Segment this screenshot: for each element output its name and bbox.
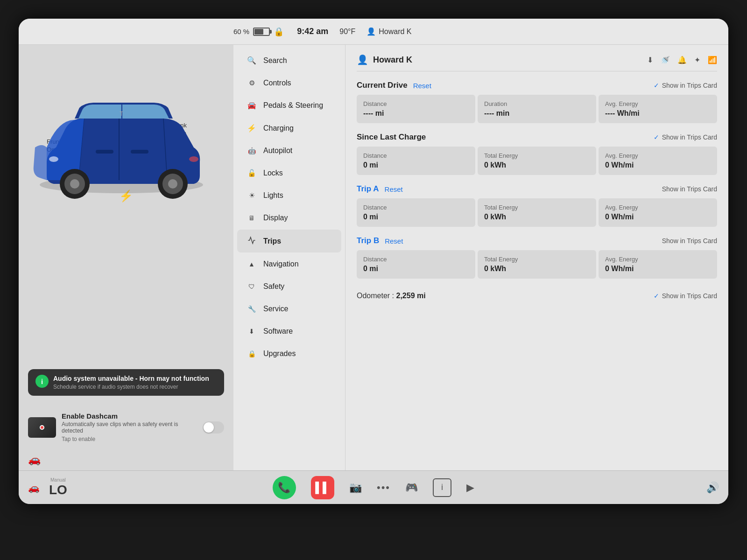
taskbar-right: 🔊 [706, 482, 719, 494]
status-left: 60 % 🔒 9:42 am 90°F 👤 Howard K [233, 27, 411, 37]
odometer-show-trips[interactable]: ✓ Show in Trips Card [654, 292, 717, 300]
autopilot-icon: 🤖 [247, 147, 257, 154]
stat-ta-avg-energy: Avg. Energy 0 Wh/mi [599, 198, 717, 227]
odometer-label: Odometer : [357, 292, 396, 300]
current-drive-section: Current Drive Reset ✓ Show in Trips Card… [357, 81, 717, 123]
current-drive-title: Current Drive [357, 81, 408, 90]
menu-item-locks[interactable]: 🔓 Locks [237, 162, 341, 184]
volume-icon[interactable]: 🔊 [706, 482, 719, 494]
trips-icon [247, 236, 257, 246]
menu-item-safety[interactable]: 🛡 Safety [237, 276, 341, 297]
taskbar-music[interactable]: ▌▌ [311, 476, 334, 499]
stat-slc-total-energy: Total Energy 0 kWh [478, 147, 596, 175]
trip-a-reset[interactable]: Reset [385, 185, 403, 193]
play-icon: ▶ [466, 482, 474, 493]
trip-a-show-trips[interactable]: Show in Trips Card [662, 185, 717, 193]
menu-item-upgrades[interactable]: 🔒 Upgrades [237, 343, 341, 364]
trip-b-title[interactable]: Trip B [357, 236, 379, 245]
current-drive-header: Current Drive Reset ✓ Show in Trips Card [357, 81, 717, 90]
taskbar-phone[interactable]: 📞 [273, 476, 296, 499]
taskbar-left: 🚗 Manual LO [28, 477, 67, 497]
menu-item-autopilot[interactable]: 🤖 Autopilot [237, 140, 341, 161]
dashcam-section: Enable Dashcam Automatically save clips … [28, 412, 224, 442]
menu-item-trips[interactable]: Trips [237, 230, 341, 252]
signal-icon[interactable]: 📶 [708, 56, 717, 64]
dashcam-toggle[interactable] [203, 421, 224, 434]
pedals-icon: 🚘 [247, 101, 257, 110]
charging-icon: ⚡ [247, 124, 257, 133]
menu-item-pedals[interactable]: 🚘 Pedals & Steering [237, 95, 341, 116]
display-icon: 🖥 [247, 214, 257, 222]
menu-item-navigation[interactable]: ▲ Navigation [237, 253, 341, 275]
svg-point-11 [49, 156, 58, 162]
menu-item-service[interactable]: 🔧 Service [237, 298, 341, 320]
main-content: Frunk Open Trunk Open ⚡ [19, 45, 728, 470]
locks-icon: 🔓 [247, 169, 257, 177]
since-last-charge-header: Since Last Charge ✓ Show in Trips Card [357, 133, 717, 142]
stat-slc-avg-energy: Avg. Energy 0 Wh/mi [599, 147, 717, 175]
user-name: Howard K [373, 55, 642, 65]
stat-ta-distance: Distance 0 mi [357, 198, 475, 227]
download-icon[interactable]: ⬇ [647, 56, 653, 64]
user-icon: 👤 [366, 27, 376, 36]
menu-item-software[interactable]: ⬇ Software [237, 321, 341, 342]
taskbar-camera[interactable]: 📷 [349, 482, 362, 494]
battery-fill [254, 29, 263, 35]
alert-icon: i [35, 375, 49, 388]
upgrades-icon: 🔒 [247, 350, 257, 357]
dots-icon: ••• [377, 482, 390, 493]
right-panel: 👤 Howard K ⬇ 🚿 🔔 ✦ 📶 Current Drive [345, 45, 728, 470]
stat-tb-distance: Distance 0 mi [357, 250, 475, 279]
wifi-icon[interactable]: ✦ [694, 56, 700, 64]
stat-slc-distance: Distance 0 mi [357, 147, 475, 175]
trip-b-header: Trip B Reset Show in Trips Card [357, 236, 717, 245]
stat-duration: Duration ---- min [478, 95, 596, 123]
alert-text: Audio system unavailable - Horn may not … [53, 375, 209, 390]
trip-a-header: Trip A Reset Show in Trips Card [357, 184, 717, 194]
current-drive-reset[interactable]: Reset [413, 82, 431, 90]
header-icons: ⬇ 🚿 🔔 ✦ 📶 [647, 56, 717, 64]
user-header: 👤 Howard K ⬇ 🚿 🔔 ✦ 📶 [357, 54, 717, 71]
trip-b-show-trips[interactable]: Show in Trips Card [662, 237, 717, 245]
menu-item-charging[interactable]: ⚡ Charging [237, 117, 341, 139]
climate-control[interactable]: Manual LO [49, 477, 67, 497]
battery-percent: 60 % [233, 28, 249, 35]
stat-avg-energy-current: Avg. Energy ---- Wh/mi [599, 95, 717, 123]
taskbar-play[interactable]: ▶ [466, 482, 474, 494]
odometer-label-group: Odometer : 2,259 mi [357, 292, 426, 300]
taskbar: 🚗 Manual LO 📞 ▌▌ 📷 ••• 🎮 [19, 470, 728, 504]
menu-item-controls[interactable]: ⚙ Controls [237, 72, 341, 94]
since-last-charge-show-trips[interactable]: ✓ Show in Trips Card [654, 133, 717, 141]
status-bar: 60 % 🔒 9:42 am 90°F 👤 Howard K [19, 19, 728, 45]
lights-icon: ☀ [247, 191, 257, 200]
current-drive-show-trips[interactable]: ✓ Show in Trips Card [654, 82, 717, 89]
svg-point-12 [189, 156, 198, 162]
since-last-charge-stats: Distance 0 mi Total Energy 0 kWh Avg. En… [357, 147, 717, 175]
current-drive-stats: Distance ---- mi Duration ---- min Avg. … [357, 95, 717, 123]
svg-rect-13 [96, 150, 113, 154]
dashcam-thumbnail [28, 417, 56, 438]
controls-icon: ⚙ [247, 79, 257, 87]
trip-a-title[interactable]: Trip A [357, 184, 379, 194]
taskbar-info[interactable]: i [433, 478, 451, 497]
taskbar-dots[interactable]: ••• [377, 482, 390, 494]
car-status-icon: 🚗 [28, 482, 40, 493]
software-icon: ⬇ [247, 328, 257, 335]
dashcam-info: Enable Dashcam Automatically save clips … [62, 412, 197, 442]
menu-item-display[interactable]: 🖥 Display [237, 207, 341, 229]
bell-icon[interactable]: 🔔 [677, 56, 687, 64]
car-icon[interactable]: 🚗 [28, 454, 41, 466]
trip-b-stats: Distance 0 mi Total Energy 0 kWh Avg. En… [357, 250, 717, 279]
shower-icon[interactable]: 🚿 [661, 56, 670, 64]
menu-item-lights[interactable]: ☀ Lights [237, 185, 341, 206]
since-last-charge-section: Since Last Charge ✓ Show in Trips Card D… [357, 133, 717, 175]
svg-text:T: T [120, 111, 123, 117]
svg-rect-14 [131, 150, 148, 154]
car-status-item[interactable]: 🚗 [28, 482, 40, 493]
safety-icon: 🛡 [247, 283, 257, 290]
trip-b-reset[interactable]: Reset [385, 237, 403, 245]
taskbar-games[interactable]: 🎮 [405, 482, 418, 494]
navigation-icon: ▲ [247, 260, 257, 268]
menu-item-search[interactable]: 🔍 Search [237, 49, 341, 71]
info-icon: i [441, 483, 443, 492]
